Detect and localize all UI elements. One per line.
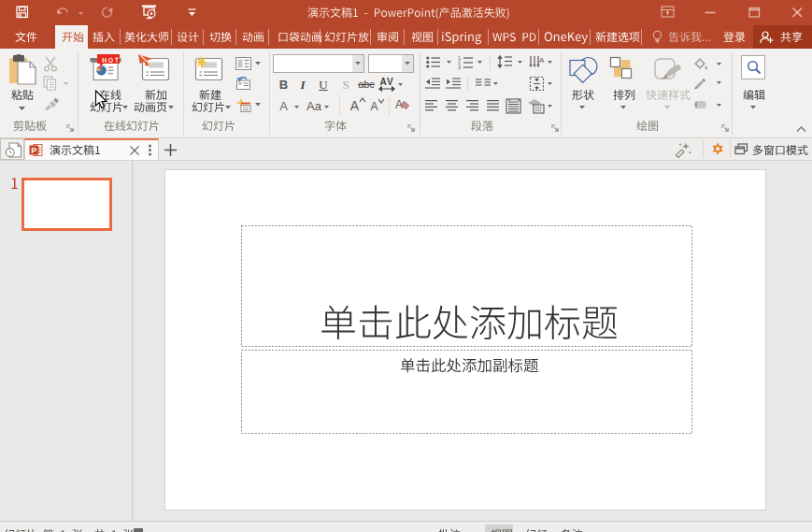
svg-text:P: P	[31, 146, 36, 155]
svg-text:A: A	[539, 56, 545, 65]
svg-text:3: 3	[458, 65, 461, 69]
